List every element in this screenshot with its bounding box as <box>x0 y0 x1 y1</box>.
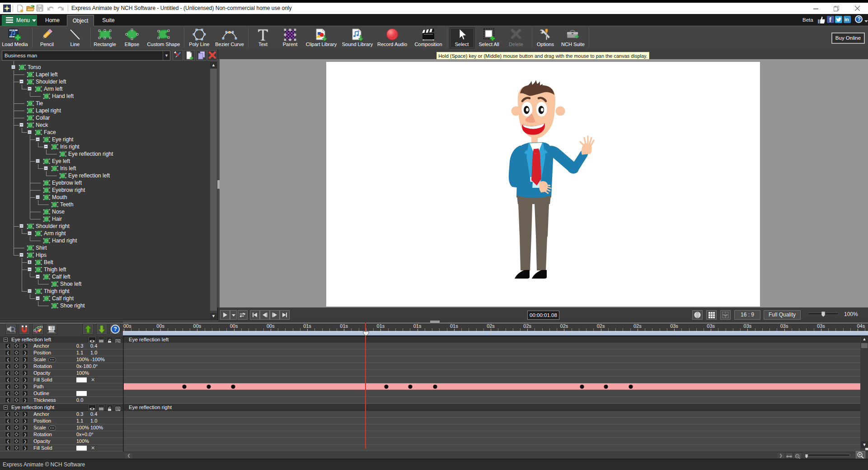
svg-text:?: ? <box>114 326 117 332</box>
svg-text:1: 1 <box>52 326 53 330</box>
